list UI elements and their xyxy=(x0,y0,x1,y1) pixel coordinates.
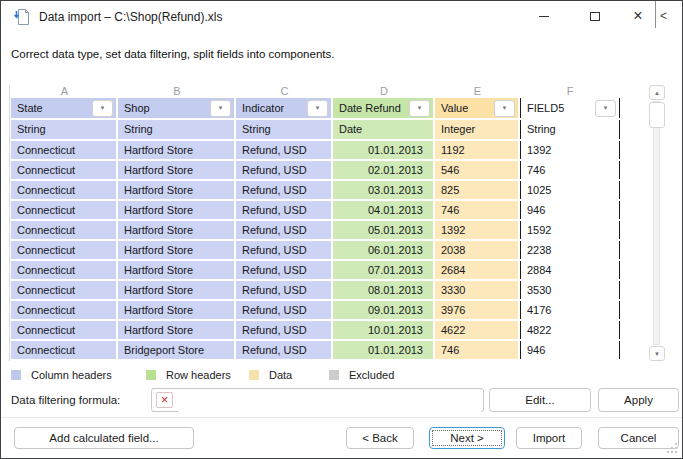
table-cell[interactable]: 3530 xyxy=(520,281,620,299)
table-cell[interactable]: Refund, USD xyxy=(236,261,331,279)
table-cell[interactable]: 1392 xyxy=(435,221,518,239)
chevron-down-icon[interactable]: ▼ xyxy=(210,100,231,117)
chevron-down-icon[interactable]: ▼ xyxy=(595,100,616,117)
table-cell[interactable]: 746 xyxy=(520,161,620,179)
table-cell[interactable]: 10.01.2013 xyxy=(333,321,433,339)
next-button[interactable]: Next > xyxy=(429,427,505,449)
table-cell[interactable]: 07.01.2013 xyxy=(333,261,433,279)
chevron-down-icon[interactable]: ▼ xyxy=(409,100,430,117)
back-button[interactable]: < Back xyxy=(346,427,414,449)
import-button[interactable]: Import xyxy=(516,427,582,449)
maximize-button[interactable] xyxy=(578,2,612,30)
column-header-shop[interactable]: Shop▼ xyxy=(118,98,234,118)
table-cell[interactable]: Connecticut xyxy=(11,281,116,299)
table-cell[interactable]: 1025 xyxy=(520,181,620,199)
table-cell[interactable]: Hartford Store xyxy=(118,281,234,299)
scroll-up-button[interactable]: ▲ xyxy=(649,85,665,100)
table-cell[interactable]: Connecticut xyxy=(11,141,116,159)
add-calculated-field-button[interactable]: Add calculated field... xyxy=(14,427,194,449)
table-cell[interactable]: Refund, USD xyxy=(236,221,331,239)
table-cell[interactable]: 2884 xyxy=(520,261,620,279)
table-cell[interactable]: 946 xyxy=(520,341,620,359)
vertical-scrollbar[interactable]: ▲ ▼ xyxy=(649,85,665,361)
table-cell[interactable]: Hartford Store xyxy=(118,201,234,219)
table-cell[interactable]: Hartford Store xyxy=(118,321,234,339)
table-cell[interactable]: 746 xyxy=(435,201,518,219)
table-cell[interactable]: 3330 xyxy=(435,281,518,299)
table-cell[interactable]: Connecticut xyxy=(11,181,116,199)
table-cell[interactable]: Refund, USD xyxy=(236,161,331,179)
scrollbar-thumb[interactable] xyxy=(649,102,665,128)
close-button[interactable]: × xyxy=(621,2,655,30)
column-header-value[interactable]: Value▼ xyxy=(435,98,518,118)
chevron-left-icon[interactable]: < xyxy=(660,9,667,23)
table-cell[interactable]: 01.01.2013 xyxy=(333,141,433,159)
chevron-down-icon[interactable]: ▼ xyxy=(92,100,113,117)
table-cell[interactable]: Refund, USD xyxy=(236,241,331,259)
table-cell[interactable]: 546 xyxy=(435,161,518,179)
table-cell[interactable]: 06.01.2013 xyxy=(333,241,433,259)
table-cell[interactable]: Connecticut xyxy=(11,261,116,279)
table-cell[interactable]: Refund, USD xyxy=(236,181,331,199)
table-cell[interactable]: 2684 xyxy=(435,261,518,279)
column-type-date-refund[interactable]: Date xyxy=(333,120,433,139)
chevron-down-icon[interactable]: ▼ xyxy=(307,100,328,117)
column-type-state[interactable]: String xyxy=(11,120,116,139)
filter-formula-input[interactable] xyxy=(178,390,481,412)
table-cell[interactable]: Refund, USD xyxy=(236,201,331,219)
table-cell[interactable]: 3976 xyxy=(435,301,518,319)
table-cell[interactable]: Hartford Store xyxy=(118,301,234,319)
column-type-value[interactable]: Integer xyxy=(435,120,518,139)
table-cell[interactable]: Hartford Store xyxy=(118,141,234,159)
table-cell[interactable]: Refund, USD xyxy=(236,281,331,299)
table-cell[interactable]: 1592 xyxy=(520,221,620,239)
filter-formula-field[interactable]: × xyxy=(151,388,484,412)
scrollbar-track[interactable] xyxy=(653,101,660,345)
apply-filter-button[interactable]: Apply xyxy=(598,388,679,412)
table-cell[interactable]: 2238 xyxy=(520,241,620,259)
table-cell[interactable]: Connecticut xyxy=(11,161,116,179)
table-cell[interactable]: Refund, USD xyxy=(236,341,331,359)
column-type-shop[interactable]: String xyxy=(118,120,234,139)
table-cell[interactable]: Bridgeport Store xyxy=(118,341,234,359)
table-cell[interactable]: 825 xyxy=(435,181,518,199)
table-cell[interactable]: 05.01.2013 xyxy=(333,221,433,239)
table-cell[interactable]: 4176 xyxy=(520,301,620,319)
table-cell[interactable]: Connecticut xyxy=(11,301,116,319)
column-header-date-refund[interactable]: Date Refund▼ xyxy=(333,98,433,118)
table-cell[interactable]: Hartford Store xyxy=(118,221,234,239)
table-cell[interactable]: Refund, USD xyxy=(236,301,331,319)
table-cell[interactable]: 746 xyxy=(435,341,518,359)
table-cell[interactable]: 4822 xyxy=(520,321,620,339)
resize-grip-icon[interactable] xyxy=(667,443,678,454)
table-cell[interactable]: Refund, USD xyxy=(236,321,331,339)
column-header-indicator[interactable]: Indicator▼ xyxy=(236,98,331,118)
table-cell[interactable]: Hartford Store xyxy=(118,181,234,199)
column-type-field5[interactable]: String xyxy=(520,120,620,139)
edit-filter-button[interactable]: Edit... xyxy=(489,388,591,412)
table-cell[interactable]: Connecticut xyxy=(11,241,116,259)
table-cell[interactable]: 946 xyxy=(520,201,620,219)
table-cell[interactable]: Hartford Store xyxy=(118,241,234,259)
table-cell[interactable]: 09.01.2013 xyxy=(333,301,433,319)
table-cell[interactable]: Connecticut xyxy=(11,201,116,219)
table-cell[interactable]: 1192 xyxy=(435,141,518,159)
minimize-button[interactable] xyxy=(527,2,561,30)
table-cell[interactable]: Hartford Store xyxy=(118,161,234,179)
table-cell[interactable]: Connecticut xyxy=(11,341,116,359)
table-cell[interactable]: Connecticut xyxy=(11,321,116,339)
table-cell[interactable]: Hartford Store xyxy=(118,261,234,279)
table-cell[interactable]: Connecticut xyxy=(11,221,116,239)
table-cell[interactable]: 4622 xyxy=(435,321,518,339)
table-cell[interactable]: 04.01.2013 xyxy=(333,201,433,219)
column-type-indicator[interactable]: String xyxy=(236,120,331,139)
table-cell[interactable]: 03.01.2013 xyxy=(333,181,433,199)
table-cell[interactable]: 1392 xyxy=(520,141,620,159)
table-cell[interactable]: 01.01.2013 xyxy=(333,341,433,359)
scroll-down-button[interactable]: ▼ xyxy=(649,346,665,361)
column-header-field5[interactable]: FIELD5▼ xyxy=(520,98,620,118)
chevron-down-icon[interactable]: ▼ xyxy=(494,100,515,117)
table-cell[interactable]: 08.01.2013 xyxy=(333,281,433,299)
column-header-state[interactable]: State▼ xyxy=(11,98,116,118)
table-cell[interactable]: 2038 xyxy=(435,241,518,259)
